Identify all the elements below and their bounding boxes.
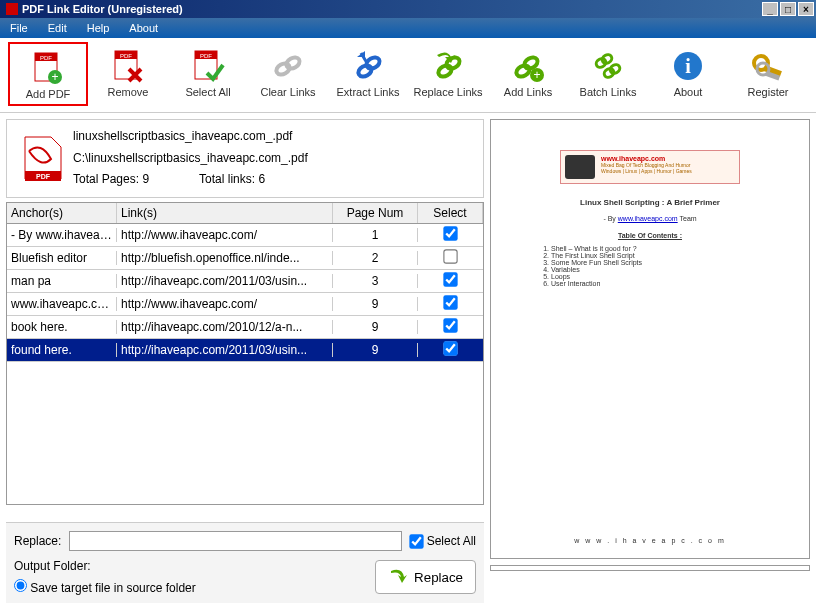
cell-anchor: found here. — [7, 343, 117, 357]
menu-file[interactable]: File — [0, 22, 38, 34]
tool-register[interactable]: Register — [728, 42, 808, 106]
svg-text:PDF: PDF — [40, 55, 52, 61]
svg-point-14 — [364, 55, 381, 71]
add-links-icon: + — [490, 46, 566, 86]
maximize-button[interactable]: □ — [780, 2, 796, 16]
toolbar: PDF+Add PDFPDFRemovePDFSelect AllClear L… — [0, 38, 816, 113]
replace-links-icon — [410, 46, 486, 86]
cell-anchor: - By www.ihaveapc... — [7, 228, 117, 242]
row-select-checkbox[interactable] — [443, 341, 457, 355]
row-select-checkbox[interactable] — [443, 295, 457, 309]
table-row[interactable]: - By www.ihaveapc...http://www.ihaveapc.… — [7, 224, 483, 247]
table-header: Anchor(s) Link(s) Page Num Select — [7, 203, 483, 224]
tool-extract-links[interactable]: Extract Links — [328, 42, 408, 106]
cell-page: 1 — [333, 228, 418, 242]
tool-add-pdf[interactable]: PDF+Add PDF — [8, 42, 88, 106]
monitor-icon — [565, 155, 595, 179]
replace-button-label: Replace — [414, 570, 463, 585]
remove-icon: PDF — [90, 46, 166, 86]
pdf-file-icon: PDF — [13, 126, 73, 191]
register-icon — [730, 46, 806, 86]
file-name: linuxshellscriptbasics_ihaveapc.com_.pdf — [73, 126, 477, 148]
cell-anchor: book here. — [7, 320, 117, 334]
table-row[interactable]: book here.http://ihaveapc.com/2010/12/a-… — [7, 316, 483, 339]
file-path: C:\linuxshellscriptbasics_ihaveapc.com_.… — [73, 148, 477, 170]
table-row[interactable]: www.ihaveapc.comhttp://www.ihaveapc.com/… — [7, 293, 483, 316]
toc-item: The First Linux Shell Script — [551, 252, 779, 259]
row-select-checkbox[interactable] — [443, 318, 457, 332]
preview-doc-title: Linux Shell Scripting : A Brief Primer — [521, 198, 779, 207]
close-button[interactable]: × — [798, 2, 814, 16]
tool-select-all[interactable]: PDFSelect All — [168, 42, 248, 106]
svg-text:PDF: PDF — [120, 53, 132, 59]
about-icon: i — [650, 46, 726, 86]
cell-anchor: man pa — [7, 274, 117, 288]
cell-page: 9 — [333, 320, 418, 334]
cell-link: http://ihaveapc.com/2011/03/usin... — [117, 343, 333, 357]
row-select-checkbox[interactable] — [443, 249, 457, 263]
svg-text:PDF: PDF — [36, 173, 51, 180]
menu-edit[interactable]: Edit — [38, 22, 77, 34]
cell-link: http://bluefish.openoffice.nl/inde... — [117, 251, 333, 265]
links-table: Anchor(s) Link(s) Page Num Select - By w… — [6, 202, 484, 505]
save-in-source-radio[interactable] — [14, 579, 27, 592]
row-select-checkbox[interactable] — [443, 272, 457, 286]
app-icon — [6, 3, 18, 15]
banner-sub2: Windows | Linux | Apps | Humor | Games — [601, 168, 692, 174]
svg-text:+: + — [51, 70, 58, 84]
header-anchor[interactable]: Anchor(s) — [7, 203, 117, 223]
menubar: FileEditHelpAbout — [0, 18, 816, 38]
titlebar: PDF Link Editor (Unregistered) _ □ × — [0, 0, 816, 18]
header-select[interactable]: Select — [418, 203, 483, 223]
tool-clear-links[interactable]: Clear Links — [248, 42, 328, 106]
cell-page: 2 — [333, 251, 418, 265]
table-row[interactable]: man pahttp://ihaveapc.com/2011/03/usin..… — [7, 270, 483, 293]
tool-add-links[interactable]: +Add Links — [488, 42, 568, 106]
add-pdf-icon: PDF+ — [12, 48, 84, 88]
preview-banner: www.ihaveapc.com Mixed Bag Of Tech Blogg… — [560, 150, 740, 184]
replace-input[interactable] — [69, 531, 401, 551]
batch-links-icon — [570, 46, 646, 86]
select-all-checkbox[interactable] — [409, 534, 423, 548]
cell-page: 9 — [333, 343, 418, 357]
header-page[interactable]: Page Num — [333, 203, 418, 223]
select-all-icon: PDF — [170, 46, 246, 86]
output-folder-label: Output Folder: — [14, 559, 196, 573]
header-link[interactable]: Link(s) — [117, 203, 333, 223]
tool-replace-links[interactable]: Replace Links — [408, 42, 488, 106]
table-row[interactable]: found here.http://ihaveapc.com/2011/03/u… — [7, 339, 483, 362]
cell-page: 9 — [333, 297, 418, 311]
menu-help[interactable]: Help — [77, 22, 120, 34]
svg-text:i: i — [685, 55, 691, 77]
extract-links-icon — [330, 46, 406, 86]
replace-button[interactable]: Replace — [375, 560, 476, 594]
table-row[interactable]: Bluefish editorhttp://bluefish.openoffic… — [7, 247, 483, 270]
svg-point-12 — [284, 55, 301, 71]
toc-item: Shell – What is it good for ? — [551, 245, 779, 252]
svg-text:PDF: PDF — [200, 53, 212, 59]
toc-item: Some More Fun Shell Scripts — [551, 259, 779, 266]
toc-item: Variables — [551, 266, 779, 273]
replace-label: Replace: — [14, 534, 61, 548]
tool-remove[interactable]: PDFRemove — [88, 42, 168, 106]
svg-point-22 — [601, 53, 614, 65]
preview-byline: - By www.ihaveapc.com Team — [521, 215, 779, 222]
preview-footer: w w w . i h a v e a p c . c o m — [491, 537, 809, 544]
file-info-panel: PDF linuxshellscriptbasics_ihaveapc.com_… — [6, 119, 484, 198]
pdf-preview: www.ihaveapc.com Mixed Bag Of Tech Blogg… — [490, 119, 810, 559]
svg-text:+: + — [533, 68, 540, 82]
menu-about[interactable]: About — [119, 22, 168, 34]
cell-link: http://ihaveapc.com/2010/12/a-n... — [117, 320, 333, 334]
row-select-checkbox[interactable] — [443, 226, 457, 240]
banner-title: www.ihaveapc.com — [601, 155, 692, 162]
tool-batch-links[interactable]: Batch Links — [568, 42, 648, 106]
cell-page: 3 — [333, 274, 418, 288]
tool-about[interactable]: iAbout — [648, 42, 728, 106]
preview-toc-list: Shell – What is it good for ?The First L… — [551, 245, 779, 287]
replace-arrow-icon — [388, 567, 408, 587]
save-in-source-label: Save target file in source folder — [30, 581, 195, 595]
cell-link: http://www.ihaveapc.com/ — [117, 228, 333, 242]
window-title: PDF Link Editor (Unregistered) — [22, 3, 183, 15]
cell-link: http://ihaveapc.com/2011/03/usin... — [117, 274, 333, 288]
minimize-button[interactable]: _ — [762, 2, 778, 16]
